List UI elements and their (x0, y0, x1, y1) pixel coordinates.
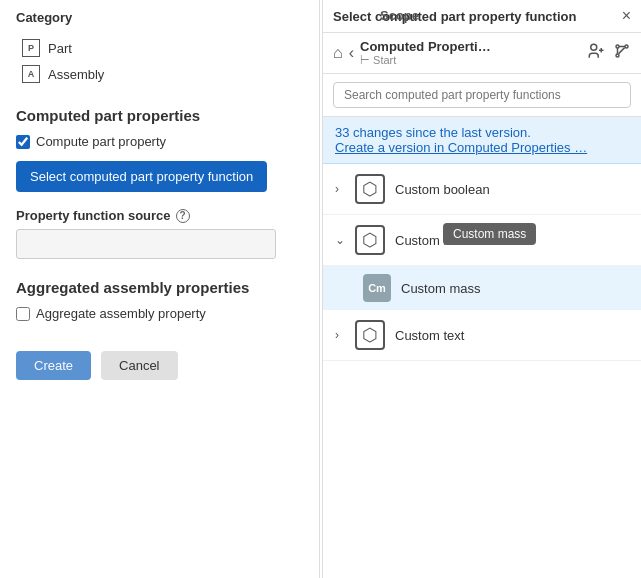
select-function-button[interactable]: Select computed part property function (16, 161, 267, 192)
aggregate-checkbox-label: Aggregate assembly property (36, 306, 206, 321)
custom-boolean-icon (355, 174, 385, 204)
function-list: › Custom boolean ⌄ Custom mass Custom ma… (323, 164, 641, 578)
create-button[interactable]: Create (16, 351, 91, 380)
help-icon[interactable]: ? (176, 209, 190, 223)
modal-titlebar: Select computed part property function × (323, 0, 641, 33)
category-item-part[interactable]: P Part (16, 35, 304, 61)
right-panel: Select computed part property function ×… (322, 0, 641, 578)
list-item-custom-mass[interactable]: ⌄ Custom mass Custom mass (323, 215, 641, 266)
back-icon[interactable]: ‹ (349, 44, 354, 62)
prop-function-label-row: Property function source ? (16, 208, 304, 223)
custom-text-icon (355, 320, 385, 350)
assembly-label: Assembly (48, 67, 104, 82)
aggregated-section-title: Aggregated assembly properties (16, 279, 304, 296)
modal-title: Select computed part property function (333, 9, 622, 24)
search-input[interactable] (333, 82, 631, 108)
list-item-custom-boolean[interactable]: › Custom boolean (323, 164, 641, 215)
custom-mass-icon (355, 225, 385, 255)
chevron-icon: › (335, 182, 347, 196)
svg-point-3 (616, 54, 619, 57)
add-user-icon-btn[interactable] (587, 42, 605, 64)
custom-text-label: Custom text (395, 328, 464, 343)
svg-point-4 (625, 45, 628, 48)
chevron-icon-text: › (335, 328, 347, 342)
prop-function-input (16, 229, 276, 259)
category-header: Category (16, 10, 304, 25)
category-item-assembly[interactable]: A Assembly (16, 61, 304, 87)
prop-function-label-text: Property function source (16, 208, 171, 223)
breadcrumb-sub: ⊢ Start (360, 54, 581, 67)
cancel-button[interactable]: Cancel (101, 351, 177, 380)
branch-icon-btn[interactable] (613, 42, 631, 64)
chevron-expanded-icon: ⌄ (335, 233, 347, 247)
compute-checkbox[interactable] (16, 135, 30, 149)
part-label: Part (48, 41, 72, 56)
part-icon: P (22, 39, 40, 57)
aggregate-checkbox[interactable] (16, 307, 30, 321)
create-version-link[interactable]: Create a version in Computed Properties … (335, 140, 587, 155)
bottom-buttons: Create Cancel (16, 351, 304, 380)
nav-breadcrumb: Computed Properti… ⊢ Start (360, 39, 581, 67)
svg-point-5 (616, 45, 619, 48)
sub-item-custom-mass[interactable]: Cm Custom mass (323, 266, 641, 310)
list-item-custom-text[interactable]: › Custom text (323, 310, 641, 361)
scope-label: Scope (380, 8, 419, 23)
compute-checkbox-label: Compute part property (36, 134, 166, 149)
info-text: 33 changes since the last version. (335, 125, 629, 140)
sub-item-avatar: Cm (363, 274, 391, 302)
assembly-icon: A (22, 65, 40, 83)
nav-icons-right (587, 42, 631, 64)
custom-mass-label: Custom mass (395, 233, 474, 248)
info-banner: 33 changes since the last version. Creat… (323, 117, 641, 164)
compute-checkbox-row: Compute part property (16, 134, 304, 149)
modal-close-button[interactable]: × (622, 8, 631, 24)
home-icon[interactable]: ⌂ (333, 44, 343, 62)
breadcrumb-title: Computed Properti… (360, 39, 581, 54)
left-panel: Category P Part A Assembly Computed part… (0, 0, 320, 578)
svg-point-0 (591, 44, 597, 50)
modal-nav: ⌂ ‹ Computed Properti… ⊢ Start (323, 33, 641, 74)
custom-boolean-label: Custom boolean (395, 182, 490, 197)
search-bar (323, 74, 641, 117)
sub-item-label: Custom mass (401, 281, 480, 296)
computed-section-title: Computed part properties (16, 107, 304, 124)
panel-divider (319, 0, 320, 578)
aggregate-checkbox-row: Aggregate assembly property (16, 306, 304, 321)
